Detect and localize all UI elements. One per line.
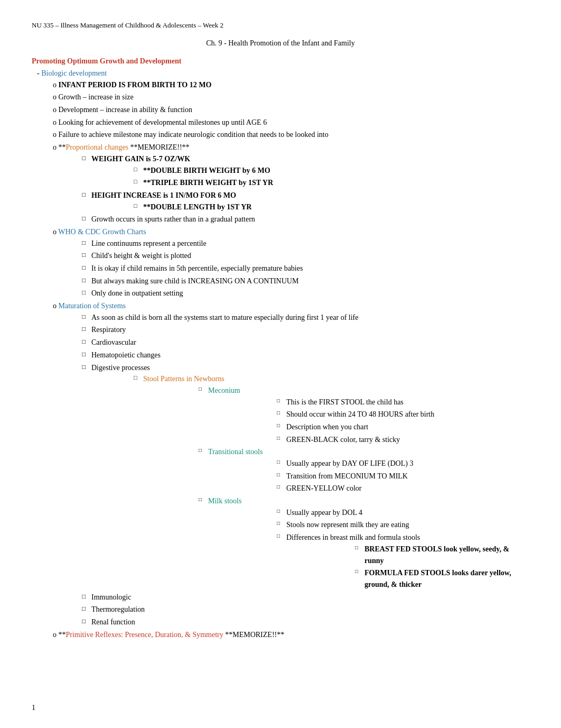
list-item: Cardiovascular <box>82 337 529 348</box>
list-item: MeconiumThis is the FIRST STOOL the chil… <box>199 385 529 445</box>
list-item: **DOUBLE LENGTH by 1ST YR <box>134 201 529 213</box>
square-list-depth-3: MeconiumThis is the FIRST STOOL the chil… <box>143 385 529 591</box>
list-item: INFANT PERIOD IS FROM BIRTH TO 12 MO <box>53 79 529 91</box>
list-item: BREAST FED STOOLS look yellow, seedy, & … <box>355 543 529 566</box>
list-item: Should occur within 24 TO 48 HOURS after… <box>277 409 529 420</box>
list-item: **Proportional changes **MEMORIZE!!**WEI… <box>53 142 529 225</box>
list-item: Respiratory <box>82 324 529 336</box>
list-item: Only done in outpatient setting <box>82 288 529 299</box>
list-item: Looking for achievement of developmental… <box>53 117 529 128</box>
page-number: 1 <box>32 704 35 712</box>
square-list-depth-2: Stool Patterns in NewbornsMeconiumThis i… <box>91 373 529 590</box>
list-item: Stools now represent milk they are eatin… <box>277 519 529 531</box>
section-heading: Promoting Optimum Growth and Development <box>32 57 529 66</box>
chapter-title-text: Ch. 9 - Health Promotion of the Infant a… <box>32 39 529 48</box>
square-list-depth-4: Usually appear by DAY OF LIFE (DOL) 3Tra… <box>208 458 529 494</box>
page-header: NU 335 – Illness Management of Childhood… <box>32 21 529 30</box>
square-list-depth-5: BREAST FED STOOLS look yellow, seedy, & … <box>286 543 529 591</box>
dash-list: Biologic developmentINFANT PERIOD IS FRO… <box>32 68 529 640</box>
list-item: Description when you chart <box>277 421 529 433</box>
list-item: Child's height & weight is plotted <box>82 250 529 262</box>
main-content: Promoting Optimum Growth and Development… <box>32 57 529 640</box>
list-item: Growth – increase in size <box>53 91 529 103</box>
list-item: But always making sure child is INCREASI… <box>82 275 529 287</box>
square-list-depth-4: Usually appear by DOL 4Stools now repres… <box>208 507 529 591</box>
list-item: FORMULA FED STOOLS looks darer yellow, g… <box>355 567 529 590</box>
square-list-depth-1: As soon as child is born all the systems… <box>53 312 529 628</box>
list-item: Usually appear by DAY OF LIFE (DOL) 3 <box>277 458 529 469</box>
list-item: Hematopoietic changes <box>82 349 529 361</box>
list-item: Immunologic <box>82 592 529 603</box>
square-list-depth-2: **DOUBLE BIRTH WEIGHT by 6 MO**TRIPLE BI… <box>91 165 529 189</box>
list-item: Renal function <box>82 616 529 628</box>
list-item: GREEN-YELLOW color <box>277 483 529 494</box>
list-item: GREEN-BLACK color, tarry & sticky <box>277 434 529 446</box>
square-list-depth-1: Line continuums represent a percentileCh… <box>53 238 529 299</box>
square-list-depth-1: WEIGHT GAIN is 5-7 OZ/WK**DOUBLE BIRTH W… <box>53 153 529 225</box>
square-list-depth-2: **DOUBLE LENGTH by 1ST YR <box>91 201 529 213</box>
list-item: Failure to achieve milestone may indicat… <box>53 129 529 141</box>
list-item: As soon as child is born all the systems… <box>82 312 529 324</box>
list-item: Usually appear by DOL 4 <box>277 507 529 519</box>
list-item: It is okay if child remains in 5th perce… <box>82 263 529 274</box>
list-item: Milk stoolsUsually appear by DOL 4Stools… <box>199 495 529 591</box>
list-item: Maturation of SystemsAs soon as child is… <box>53 300 529 628</box>
list-item: HEIGHT INCREASE is 1 IN/MO FOR 6 MO**DOU… <box>82 190 529 213</box>
course-label: NU 335 – Illness Management of Childhood… <box>32 21 529 30</box>
list-item: Thermoregulation <box>82 604 529 615</box>
list-item: Line continuums represent a percentile <box>82 238 529 250</box>
list-item: Transition from MECONIUM TO MILK <box>277 471 529 482</box>
chapter-title: Ch. 9 - Health Promotion of the Infant a… <box>32 39 529 48</box>
list-item: Differences in breast milk and formula s… <box>277 532 529 590</box>
list-item: Development – increase in ability & func… <box>53 104 529 116</box>
list-item: This is the FIRST STOOL the child has <box>277 397 529 408</box>
list-item: **DOUBLE BIRTH WEIGHT by 6 MO <box>134 165 529 177</box>
circle-list: INFANT PERIOD IS FROM BIRTH TO 12 MOGrow… <box>37 79 529 641</box>
list-item: Digestive processesStool Patterns in New… <box>82 362 529 591</box>
biologic-development-item: Biologic developmentINFANT PERIOD IS FRO… <box>37 68 529 640</box>
list-item: **Primitive Reflexes: Presence, Duration… <box>53 629 529 641</box>
list-item: Stool Patterns in NewbornsMeconiumThis i… <box>134 373 529 590</box>
list-item: Transitional stoolsUsually appear by DAY… <box>199 446 529 494</box>
list-item: Growth occurs in spurts rather than in a… <box>82 214 529 225</box>
list-item: **TRIPLE BIRTH WEIGHT by 1ST YR <box>134 177 529 189</box>
list-item: WEIGHT GAIN is 5-7 OZ/WK**DOUBLE BIRTH W… <box>82 153 529 189</box>
list-item: WHO & CDC Growth ChartsLine continuums r… <box>53 226 529 299</box>
square-list-depth-4: This is the FIRST STOOL the child hasSho… <box>208 397 529 446</box>
